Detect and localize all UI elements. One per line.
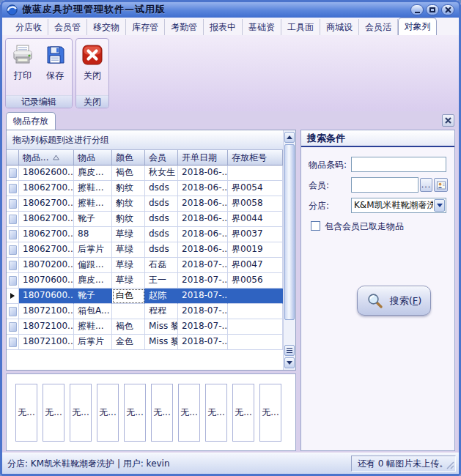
column-header[interactable]: 存放柜号 (228, 150, 283, 166)
minimize-button[interactable] (410, 4, 424, 15)
table-cell[interactable]: 2018-06-... (178, 166, 228, 181)
column-header[interactable]: 颜色 (112, 150, 145, 166)
title-bar[interactable]: 傲蓝皮具护理管理软件—试用版 (1, 1, 460, 18)
search-button[interactable]: 搜索(F) (357, 286, 431, 316)
table-cell[interactable]: 豹纹 (112, 196, 145, 212)
row-indicator-current[interactable] (7, 289, 19, 304)
table-cell[interactable]: 褐色 (112, 166, 145, 181)
table-row[interactable]: 18072100...箱包A...程程2018-07-... (7, 304, 283, 319)
table-cell[interactable]: 2018-06-... (178, 227, 228, 242)
row-indicator[interactable] (7, 181, 19, 196)
table-cell[interactable]: Miss 黎 (145, 319, 178, 335)
table-cell[interactable]: 18062700... (19, 242, 74, 258)
table-cell[interactable]: 2018-07-... (178, 319, 228, 335)
table-cell[interactable]: 擦鞋... (74, 319, 112, 335)
row-indicator[interactable] (7, 304, 19, 319)
menu-tab[interactable]: 库存管 (126, 19, 165, 35)
table-cell[interactable]: 石磊 (145, 258, 178, 273)
table-cell[interactable]: 秋女生 (145, 166, 178, 181)
table-cell[interactable]: 18062700... (19, 196, 74, 212)
resize-grip[interactable] (446, 461, 454, 469)
table-row[interactable]: 18062700...后掌片草绿dsds2018-06-...界0019 (7, 242, 283, 258)
menu-tab[interactable]: 商城设 (320, 19, 359, 35)
table-cell[interactable]: 18070600... (19, 289, 74, 304)
table-cell[interactable]: 靴子 (74, 289, 112, 304)
menu-tab[interactable]: 移交物 (87, 19, 126, 35)
table-cell[interactable]: 18062600... (19, 166, 74, 181)
table-row[interactable]: 18062700...擦鞋...豹纹dsds2018-06-...界0058 (7, 196, 283, 212)
group-by-drop-zone[interactable]: 拖动列标题到这进行分组 (7, 130, 283, 150)
table-cell[interactable]: 草绿 (112, 273, 145, 289)
table-row[interactable]: 18072100...擦鞋...褐色Miss 黎2018-07-... (7, 319, 283, 335)
table-cell[interactable]: 2018-07-... (178, 335, 228, 350)
table-cell[interactable]: 18062700... (19, 212, 74, 227)
menu-tab[interactable]: 基础资 (243, 19, 281, 35)
table-cell[interactable]: dsds (145, 227, 178, 242)
menu-tab[interactable]: 考勤管 (165, 19, 204, 35)
table-cell[interactable]: 麂皮... (74, 166, 112, 181)
close-document-button[interactable] (442, 114, 454, 127)
table-row[interactable]: 18062700...靴子豹纹dsds2018-06-...界0044 (7, 212, 283, 227)
table-cell[interactable]: 18072100... (19, 319, 74, 335)
table-cell[interactable]: 程程 (145, 304, 178, 319)
table-cell[interactable]: 18062700... (19, 181, 74, 196)
table-cell[interactable]: 界0019 (228, 242, 283, 258)
column-header[interactable]: 会员 (145, 150, 178, 166)
scroll-up-button[interactable] (284, 132, 295, 143)
table-cell[interactable]: 箱包A... (74, 304, 112, 319)
table-cell[interactable]: 2018-06-... (178, 196, 228, 212)
table-cell[interactable]: 靴子 (74, 212, 112, 227)
table-cell[interactable]: dsds (145, 212, 178, 227)
member-browse-button[interactable]: ... (420, 178, 432, 192)
vertical-scrollbar[interactable] (283, 130, 295, 370)
table-cell[interactable]: 界0054 (228, 181, 283, 196)
table-row[interactable]: 18062700...88草绿dsds2018-06-...界0037 (7, 227, 283, 242)
menu-tab[interactable]: 对象列 (398, 18, 437, 35)
table-cell[interactable] (228, 166, 283, 181)
table-cell[interactable] (228, 319, 283, 335)
table-cell[interactable]: dsds (145, 196, 178, 212)
table-cell[interactable]: dsds (145, 181, 178, 196)
table-cell[interactable]: 18062700... (19, 227, 74, 242)
barcode-input[interactable] (351, 157, 446, 172)
table-row[interactable]: 18070200...偏跟...草绿石磊2018-07-...界0047 (7, 258, 283, 273)
menu-tab[interactable]: 报表中 (204, 19, 243, 35)
maximize-button[interactable] (426, 4, 439, 15)
scroll-down-button[interactable] (284, 357, 295, 368)
photo-placeholder[interactable]: 无... (151, 384, 173, 442)
table-cell[interactable]: 18070600... (19, 273, 74, 289)
include-taken-checkbox[interactable] (311, 221, 320, 231)
table-cell[interactable]: 界0056 (228, 273, 283, 289)
table-cell[interactable]: 2018-07-... (178, 289, 228, 304)
scrollbar-options-button[interactable] (284, 345, 295, 356)
row-indicator[interactable] (7, 258, 19, 273)
table-cell[interactable]: 擦鞋... (74, 181, 112, 196)
photo-placeholder[interactable]: 无... (205, 384, 227, 442)
menu-tab[interactable]: 工具面 (281, 19, 320, 35)
table-cell[interactable]: 界0058 (228, 196, 283, 212)
table-cell[interactable]: 草绿 (112, 227, 145, 242)
table-row[interactable]: 18070600...麂皮...草绿王一2018-07-...界0056 (7, 273, 283, 289)
table-cell[interactable]: 2018-06-... (178, 181, 228, 196)
photo-placeholder[interactable]: 无... (232, 384, 254, 442)
table-cell[interactable]: 擦鞋... (74, 196, 112, 212)
photo-placeholder[interactable]: 无... (43, 384, 64, 442)
scrollbar-thumb[interactable] (284, 144, 295, 320)
table-cell[interactable]: dsds (145, 242, 178, 258)
row-indicator[interactable] (7, 335, 19, 350)
table-cell[interactable]: Miss 黎 (145, 335, 178, 350)
column-header[interactable]: 开单日期 (178, 150, 228, 166)
table-cell[interactable]: 草绿 (112, 258, 145, 273)
photo-placeholder[interactable]: 无... (70, 384, 92, 442)
table-cell[interactable]: 后掌片 (74, 335, 112, 350)
table-cell[interactable]: 麂皮... (74, 273, 112, 289)
table-cell[interactable] (228, 335, 283, 350)
menu-tab[interactable]: 会员活 (359, 19, 398, 35)
member-lookup-button[interactable] (434, 178, 448, 192)
table-cell[interactable]: 豹纹 (112, 212, 145, 227)
save-button[interactable]: 保存 (40, 42, 70, 95)
row-indicator[interactable] (7, 212, 19, 227)
table-row[interactable]: 18070600...靴子白色赵陈2018-07-... (7, 289, 283, 304)
table-cell[interactable]: 褐色 (112, 319, 145, 335)
dropdown-button[interactable] (434, 199, 445, 212)
